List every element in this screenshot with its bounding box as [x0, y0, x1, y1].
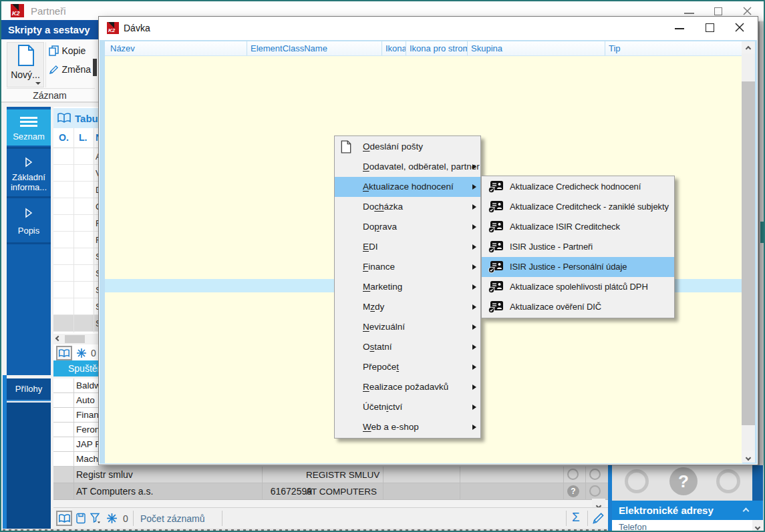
menu-item-dochazka[interactable]: Docházka	[335, 197, 480, 217]
submenu-item-aktualizace-credicheck-hodnoceni[interactable]: Aktualizace Credicheck hodnocení	[482, 177, 674, 197]
book-view-button[interactable]	[56, 346, 72, 360]
new-dropdown-arrow-icon[interactable]	[35, 82, 41, 85]
chevron-down-icon	[755, 525, 760, 530]
submenu-item-label: Aktualizace Credicheck hodnocení	[510, 182, 641, 192]
menu-item-aktualizace-hodnoceni[interactable]: Aktualizace hodnocení	[335, 177, 480, 197]
record-count-label: Počet záznamů	[140, 513, 205, 524]
table-panel-column-1[interactable]: O.	[59, 132, 69, 143]
table-panel-row[interactable]: S	[53, 248, 98, 265]
main-close-button[interactable]	[743, 7, 752, 15]
dialog-column-header-3[interactable]: Ikona	[382, 41, 406, 55]
menu-item-prepocet[interactable]: Přepočet	[335, 357, 480, 377]
right-panel-scroll-strip[interactable]	[752, 465, 763, 501]
menu-item-label: Mzdy	[363, 302, 384, 312]
submenu-item-isir-justice-personalni-udaje[interactable]: ISIR Justice - Personální údaje	[482, 257, 674, 277]
partner-row-selected[interactable]: AT Computers a.s.61672599AT COMPUTERS?	[53, 483, 608, 500]
right-panel-scroll-down-button[interactable]	[752, 520, 763, 532]
electronic-addresses-row[interactable]: Telefon	[612, 520, 752, 532]
partners-scroll-down-button[interactable]	[592, 499, 605, 508]
menu-item-doprava[interactable]: Doprava	[335, 217, 480, 237]
ribbon-tab-label: Skripty a sestavy	[8, 24, 90, 35]
copy-button-label: Kopie	[61, 45, 86, 56]
menu-item-ucetnictvi[interactable]: Účetnictví	[335, 397, 480, 417]
sum-button[interactable]: Σ	[572, 510, 580, 525]
partner-name: Finan	[76, 408, 99, 423]
partner-row-group[interactable]: Registr smluvREGISTR SMLUV	[53, 467, 608, 483]
dialog-column-headers: NázevElementClassNameIkonaIkona pro stro…	[105, 41, 742, 56]
edit-pencil-button[interactable]	[592, 512, 605, 525]
table-panel-row[interactable]: D	[53, 182, 98, 198]
sidebar-tab-popis[interactable]: Popis	[7, 198, 51, 242]
menu-item-mzdy[interactable]: Mzdy	[335, 297, 480, 317]
dialog-close-button[interactable]	[735, 23, 744, 32]
table-panel-header: Tabulka	[53, 108, 98, 128]
dialog-column-header-6[interactable]: Tip	[605, 41, 742, 55]
filter-icon[interactable]	[90, 513, 101, 524]
main-minimize-button[interactable]	[684, 13, 694, 14]
dialog-minimize-button[interactable]	[675, 28, 684, 29]
book-view-button[interactable]	[56, 511, 72, 526]
submenu-item-aktualizace-spolehlivosti-platcu-dph[interactable]: Aktualizace spolehlivosti plátců DPH	[482, 277, 674, 297]
sidebar-tab-seznam[interactable]: Seznam	[7, 109, 51, 146]
table-panel-row[interactable]: S	[53, 282, 98, 298]
scroll-up-button[interactable]	[742, 41, 755, 53]
menu-item-marketing[interactable]: Marketing	[335, 277, 480, 297]
sidebar-tab-prilohy[interactable]: Přílohy	[7, 378, 51, 401]
table-panel-row[interactable]: S	[53, 265, 98, 282]
dialog-titlebar[interactable]: K2 Dávka	[99, 17, 758, 40]
new-button[interactable]: Nový...	[7, 42, 44, 87]
menu-item-nevizualni[interactable]: Nevizuální	[335, 317, 480, 337]
collapse-chevron-icon[interactable]	[743, 508, 750, 515]
table-panel-row[interactable]: F	[53, 215, 98, 232]
card-file-icon[interactable]	[76, 513, 86, 524]
submenu-arrow-icon	[472, 184, 476, 190]
partner-name: Baldw	[76, 378, 101, 393]
dialog-column-header-5[interactable]: Skupina	[468, 41, 605, 55]
menu-item-odeslani-posty[interactable]: Odeslání pošty	[335, 137, 480, 157]
menu-item-ostatni[interactable]: Ostatní	[335, 337, 480, 357]
change-button[interactable]: Změna	[49, 63, 97, 77]
snowflake-icon[interactable]	[106, 513, 118, 524]
table-panel-column-2[interactable]: L.	[79, 132, 87, 143]
menu-item-finance[interactable]: Finance	[335, 257, 480, 277]
snowflake-icon[interactable]	[76, 348, 87, 358]
hamburger-icon	[7, 109, 51, 127]
submenu-item-isir-justice-partneri[interactable]: ISIR Justice - Partneři	[482, 237, 674, 257]
run-button[interactable]: Spuštění	[53, 360, 98, 376]
menu-item-dodavatel-odberatel-partner[interactable]: Dodavatel, odběratel, partner	[335, 157, 480, 177]
submenu-item-aktualizace-isir-creditcheck[interactable]: Aktualizace ISIR Creditcheck	[482, 217, 674, 237]
book-icon	[59, 349, 69, 358]
scroll-thumb[interactable]	[742, 81, 755, 425]
table-panel-row[interactable]: O	[53, 198, 98, 215]
table-panel-row[interactable]: A	[53, 148, 98, 165]
hscroll-thumb[interactable]	[65, 335, 85, 343]
table-panel-row[interactable]: V	[53, 165, 98, 182]
main-right-scroll-strip[interactable]	[758, 21, 765, 465]
main-window-title: Partneři	[31, 5, 66, 17]
scroll-down-button[interactable]	[742, 451, 755, 463]
table-panel-row[interactable]: F	[53, 232, 98, 248]
batch-script-card-icon	[488, 220, 504, 234]
ribbon-tab-skripty-a-sestavy[interactable]: Skripty a sestavy	[1, 20, 98, 39]
menu-item-web-a-eshop[interactable]: Web a e-shop	[335, 417, 480, 437]
main-maximize-button[interactable]	[714, 7, 722, 15]
dialog-column-header-1[interactable]: Název	[105, 41, 247, 55]
table-panel-row[interactable]: S	[53, 315, 98, 332]
submenu-item-aktualizace-creditcheck-zanikle-subjekty[interactable]: Aktualizace Creditcheck - zaniklé subjek…	[482, 197, 674, 217]
dialog-column-header-2[interactable]: ElementClassName	[247, 41, 382, 55]
submenu-item-aktualizace-overeni-dic[interactable]: Aktualizace ověření DIČ	[482, 297, 674, 317]
menu-item-realizace-pozadavku[interactable]: Realizace požadavků	[335, 377, 480, 397]
sidebar-tab-zakladni-informace[interactable]: Základní informa...	[7, 149, 51, 196]
table-panel-hscrollbar[interactable]	[53, 334, 98, 344]
table-panel-row[interactable]: S	[53, 298, 98, 315]
ribbon-edge-sliver	[93, 59, 97, 76]
dialog-column-header-4[interactable]: Ikona pro strom	[406, 41, 468, 55]
scroll-thumb[interactable]	[760, 222, 765, 243]
electronic-addresses-header[interactable]: Elektronické adresy	[612, 501, 763, 520]
menu-item-edi[interactable]: EDI	[335, 237, 480, 257]
dialog-maximize-button[interactable]	[706, 23, 714, 32]
scroll-left-icon[interactable]	[55, 336, 61, 341]
table-panel-rows: AVDOFFSSSSS	[53, 148, 98, 332]
copy-button[interactable]: Kopie	[49, 45, 97, 58]
dialog-vscrollbar[interactable]	[742, 41, 755, 463]
